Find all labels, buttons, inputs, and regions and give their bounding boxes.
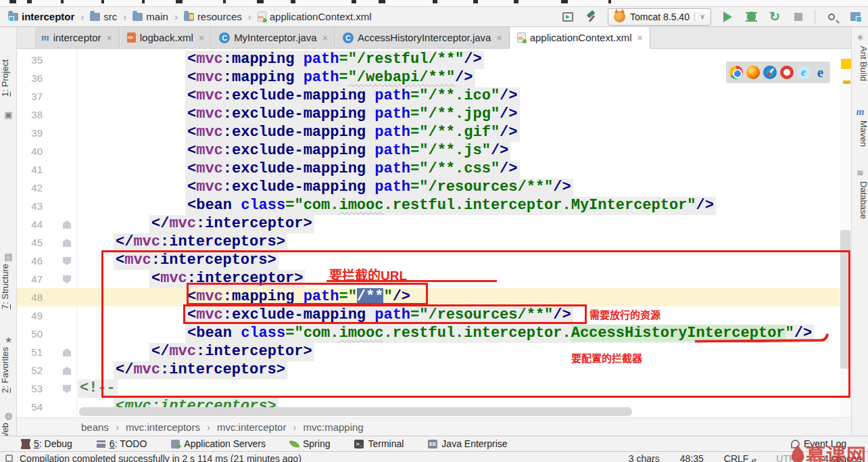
warning-stripe-mark[interactable] — [841, 59, 851, 69]
toolwindow-terminal[interactable]: >_Terminal — [354, 438, 404, 449]
xml-file-icon — [127, 32, 136, 43]
server-icon — [171, 440, 180, 448]
tab-interceptor[interactable]: m interceptor — [34, 27, 120, 48]
close-icon[interactable] — [199, 32, 204, 43]
sidebar-item-favorites[interactable]: 2: Favorites — [0, 347, 17, 393]
code-line-47[interactable]: 47<mvc:interceptor> — [17, 270, 851, 288]
tab-logback-xml[interactable]: logback.xml — [120, 27, 212, 48]
code-line-39[interactable]: 39<mvc:exclude-mapping path="/**.gif"/> — [17, 124, 851, 142]
opera-icon[interactable] — [780, 66, 794, 79]
firefox-icon[interactable] — [746, 66, 760, 79]
toolwindow-todo[interactable]: 6: TODO — [97, 438, 147, 449]
bug-icon — [22, 439, 30, 448]
run-with-coverage-button[interactable]: ↻ — [767, 9, 782, 24]
code-line-51[interactable]: 51</mvc:interceptor> — [17, 343, 851, 361]
breadcrumb-beans[interactable]: beans — [81, 421, 109, 433]
maven-icon: m — [855, 107, 865, 117]
code-line-37[interactable]: 37<mvc:exclude-mapping path="/**.ico"/> — [17, 87, 851, 106]
chrome-icon[interactable] — [729, 66, 743, 79]
run-button[interactable] — [720, 9, 735, 24]
close-icon[interactable] — [107, 32, 112, 43]
code-line-48[interactable]: 48<mvc:mapping path="/**"/> — [17, 288, 851, 306]
fold-marker-icon[interactable] — [63, 385, 71, 393]
build-hammer-button[interactable] — [584, 9, 599, 24]
tab-applicationcontext-xml[interactable]: applicationContext.xml — [510, 27, 650, 49]
code-line-53[interactable]: 53<!-- — [17, 379, 851, 398]
structure-icon: ▤ — [3, 252, 14, 262]
fold-marker-icon[interactable] — [63, 239, 71, 247]
code-editor[interactable]: 35<mvc:mapping path="/restful/**"/>36<mv… — [17, 49, 851, 417]
run-configuration-select[interactable]: Tomcat 8.5.40 ∨ — [608, 8, 711, 26]
vertical-scrollbar[interactable] — [840, 49, 851, 417]
status-icon — [5, 455, 13, 462]
code-line-41[interactable]: 41<mvc:exclude-mapping path="/**.css"/> — [17, 160, 851, 179]
fold-marker-icon[interactable] — [63, 275, 71, 283]
debug-button[interactable] — [744, 9, 758, 24]
fold-marker-icon[interactable] — [63, 221, 71, 229]
sidebar-item-ant-build[interactable]: Ant Build — [852, 46, 868, 81]
edge-icon[interactable]: e — [814, 66, 827, 79]
fold-marker-icon[interactable] — [63, 367, 71, 375]
sidebar-item-maven[interactable]: Maven — [852, 120, 868, 147]
line-number: 38 — [18, 109, 43, 120]
breadcrumb-mvc-interceptor[interactable]: mvc:interceptor — [217, 421, 287, 433]
fold-marker-icon[interactable] — [63, 257, 71, 265]
ant-icon: ✳ — [855, 32, 865, 43]
breadcrumb-mvc-interceptors[interactable]: mvc:interceptors — [126, 421, 200, 433]
breadcrumb-item-resources[interactable]: resources — [183, 10, 243, 23]
sidebar-item-database[interactable]: Database — [852, 181, 868, 219]
close-icon[interactable] — [322, 32, 328, 43]
toolwindow-java-enterprise[interactable]: EEJava Enterprise — [428, 438, 507, 449]
sidebar-item-structure[interactable]: 7: Structure — [0, 264, 17, 309]
line-number: 52 — [18, 365, 43, 376]
breadcrumb-item-project[interactable]: interceptor — [7, 10, 76, 23]
toolwindow-debug[interactable]: 5: Debug — [22, 438, 72, 449]
resources-folder-icon — [184, 13, 194, 21]
spring-xml-file-icon — [258, 11, 266, 22]
line-ending-select[interactable]: CRLF ▴▾ — [724, 453, 756, 462]
horizontal-scrollbar[interactable] — [79, 407, 632, 416]
show-run-window-button[interactable] — [560, 9, 575, 24]
project-structure-button[interactable] — [848, 9, 863, 24]
code-line-38[interactable]: 38<mvc:exclude-mapping path="/**.jpg"/> — [17, 106, 851, 124]
line-number: 42 — [18, 182, 43, 193]
line-number: 37 — [18, 91, 43, 102]
sidebar-item-project[interactable]: 1: Project — [0, 60, 17, 97]
status-message: Compilation completed successfully in 2 … — [20, 453, 302, 462]
code-line-46[interactable]: 46<mvc:interceptors> — [17, 252, 851, 270]
toolwindow-bar: 5: Debug 6: TODO Application Servers Spr… — [0, 436, 868, 451]
breadcrumb-item-src[interactable]: src — [89, 10, 118, 23]
code-line-40[interactable]: 40<mvc:exclude-mapping path="/**.js"/> — [17, 142, 851, 160]
breadcrumb-mvc-mapping[interactable]: mvc:mapping — [303, 421, 363, 433]
safari-icon[interactable] — [763, 66, 777, 79]
close-icon[interactable] — [496, 32, 502, 43]
breadcrumb: interceptor src main resources applicati… — [7, 10, 373, 23]
toolwindow-application-servers[interactable]: Application Servers — [171, 438, 266, 449]
breadcrumb-item-file[interactable]: applicationContext.xml — [256, 10, 373, 23]
scrollbar-thumb[interactable] — [840, 230, 850, 369]
tab-accesshistoryinterceptor-java[interactable]: C AccessHistoryInterceptor.java — [335, 27, 510, 48]
breadcrumb-item-main[interactable]: main — [131, 10, 170, 23]
terminal-icon: >_ — [354, 440, 364, 448]
code-line-45[interactable]: 45</mvc:interceptors> — [17, 233, 851, 252]
code-line-43[interactable]: 43<bean class="com.imooc.restful.interce… — [17, 197, 851, 215]
database-icon: ≋ — [855, 168, 865, 178]
fold-marker-icon[interactable] — [63, 348, 71, 356]
line-number: 41 — [18, 164, 43, 175]
code-line-42[interactable]: 42<mvc:exclude-mapping path="/resources/… — [17, 179, 851, 197]
maven-module-icon: m — [41, 32, 49, 43]
code-line-49[interactable]: 49<mvc:exclude-mapping path="/resources/… — [17, 306, 851, 325]
toolwindow-spring[interactable]: Spring — [290, 438, 330, 449]
code-line-52[interactable]: 52</mvc:interceptors> — [17, 361, 851, 379]
warning-stripe-mark[interactable] — [843, 80, 850, 84]
close-icon[interactable] — [637, 32, 643, 43]
annotation-hand-underline — [695, 333, 829, 343]
search-everywhere-button[interactable] — [824, 9, 839, 24]
code-line-44[interactable]: 44</mvc:interceptor> — [17, 215, 851, 233]
stop-button[interactable] — [791, 9, 806, 24]
caret-position[interactable]: 48:35 — [680, 453, 704, 462]
line-number: 36 — [18, 72, 43, 84]
internet-explorer-icon[interactable]: e — [797, 66, 811, 79]
line-number: 40 — [18, 145, 43, 157]
tab-myinterceptor-java[interactable]: C MyInterceptor.java — [212, 27, 335, 48]
